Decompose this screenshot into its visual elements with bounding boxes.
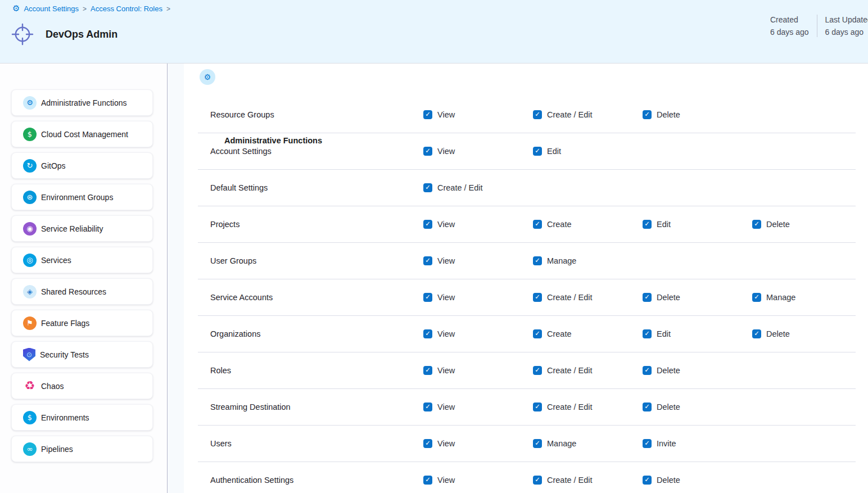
- checkbox-checked-icon: [533, 439, 542, 448]
- resource-name: Resource Groups: [198, 110, 423, 119]
- permission-checkbox[interactable]: Create / Edit: [533, 366, 643, 375]
- category-label: Chaos: [41, 382, 64, 391]
- meta-divider: [817, 15, 817, 37]
- section-header: ⚙ Administrative Functions: [198, 64, 856, 97]
- permission-checkbox[interactable]: View: [423, 220, 533, 229]
- gear-icon: ⚙: [200, 69, 215, 85]
- permission-checkbox[interactable]: Create / Edit: [533, 402, 643, 411]
- checkbox-checked-icon: [423, 183, 432, 192]
- last-updated-label: Last Updated: [825, 13, 868, 26]
- category-label: Administrative Functions: [41, 98, 127, 107]
- sidebar: ⚙ Administrative Functions $ Cloud Cost …: [0, 64, 167, 493]
- category-card[interactable]: ⚑ Feature Flags: [11, 310, 153, 336]
- checkbox-checked-icon: [533, 329, 542, 338]
- permission-checkbox[interactable]: View: [423, 293, 533, 302]
- permission-checkbox[interactable]: Create / Edit: [533, 293, 643, 302]
- permission-cells: View Create Edit: [423, 220, 862, 229]
- category-card[interactable]: $ Environments: [11, 404, 153, 431]
- permission-cells: View Create / Edit Delete: [423, 476, 856, 485]
- permission-checkbox[interactable]: Create: [533, 329, 643, 338]
- permission-checkbox[interactable]: Edit: [533, 147, 643, 156]
- breadcrumb-link[interactable]: Access Control: Roles: [91, 4, 162, 13]
- permission-checkbox[interactable]: View: [423, 329, 533, 338]
- permission-checkbox[interactable]: Invite: [643, 439, 752, 448]
- resource-name: Account Settings: [198, 147, 423, 156]
- permission-checkbox[interactable]: View: [423, 439, 533, 448]
- permission-checkbox[interactable]: Delete: [752, 329, 862, 338]
- category-label: Service Reliability: [41, 224, 103, 233]
- permission-label: Edit: [657, 220, 671, 229]
- permission-label: Delete: [657, 366, 680, 375]
- permission-checkbox[interactable]: Delete: [643, 293, 752, 302]
- permission-checkbox[interactable]: View: [423, 366, 533, 375]
- feature-flags-icon: ⚑: [23, 316, 37, 330]
- checkbox-checked-icon: [423, 110, 432, 119]
- checkbox-checked-icon: [533, 402, 542, 411]
- created-label: Created: [770, 13, 809, 26]
- admin-functions-gear-icon: ⚙: [23, 96, 37, 110]
- category-card[interactable]: ◎ Services: [11, 247, 153, 273]
- permission-checkbox[interactable]: View: [423, 110, 533, 119]
- permission-checkbox[interactable]: Delete: [643, 110, 752, 119]
- resource-name: Default Settings: [198, 183, 423, 192]
- permission-row: Resource Groups View Create / Edit: [198, 97, 856, 133]
- breadcrumb-separator: >: [166, 5, 170, 13]
- permission-checkbox[interactable]: Create / Edit: [533, 110, 643, 119]
- permission-checkbox[interactable]: Delete: [643, 476, 752, 485]
- category-card[interactable]: ⊙ Security Tests: [11, 341, 153, 368]
- resource-name: User Groups: [198, 256, 423, 265]
- permission-label: View: [437, 147, 455, 156]
- permission-checkbox[interactable]: Create / Edit: [423, 183, 533, 192]
- permission-row: Projects View Create: [198, 206, 856, 243]
- checkbox-checked-icon: [752, 293, 761, 302]
- panel-resizer[interactable]: [167, 64, 184, 493]
- permission-label: Delete: [657, 476, 680, 485]
- checkbox-checked-icon: [533, 147, 542, 156]
- checkbox-checked-icon: [533, 256, 542, 265]
- category-card[interactable]: ⚙ Administrative Functions: [11, 89, 153, 116]
- category-card[interactable]: ∞ Pipelines: [11, 436, 153, 462]
- permission-checkbox[interactable]: Edit: [643, 329, 752, 338]
- permission-checkbox[interactable]: View: [423, 147, 533, 156]
- permission-label: View: [437, 293, 455, 302]
- category-label: Shared Resources: [41, 287, 106, 296]
- last-updated-value: 6 days ago: [825, 26, 868, 38]
- environments-icon: $: [23, 411, 37, 424]
- permission-label: View: [437, 476, 455, 485]
- permission-checkbox[interactable]: Manage: [533, 439, 643, 448]
- breadcrumb-link[interactable]: Account Settings: [24, 4, 79, 13]
- permission-label: Create / Edit: [547, 476, 593, 485]
- permission-checkbox[interactable]: View: [423, 256, 533, 265]
- category-card[interactable]: ◉ Service Reliability: [11, 215, 153, 242]
- permission-checkbox[interactable]: Edit: [643, 220, 752, 229]
- category-label: Environment Groups: [41, 193, 113, 202]
- permission-checkbox[interactable]: View: [423, 402, 533, 411]
- permission-row: Service Accounts View Create / Edit: [198, 279, 856, 316]
- category-card[interactable]: ◈ Shared Resources: [11, 278, 153, 305]
- permission-label: Create / Edit: [437, 183, 483, 192]
- category-card[interactable]: ↻ GitOps: [11, 152, 153, 179]
- permission-label: Create / Edit: [547, 402, 593, 411]
- category-card[interactable]: ⊛ Environment Groups: [11, 184, 153, 210]
- category-card[interactable]: $ Cloud Cost Management: [11, 121, 153, 147]
- permission-checkbox[interactable]: Delete: [752, 220, 862, 229]
- checkbox-checked-icon: [643, 366, 652, 375]
- permission-checkbox[interactable]: Delete: [643, 402, 752, 411]
- permission-checkbox[interactable]: Manage: [533, 256, 643, 265]
- page-title: DevOps Admin: [46, 29, 117, 40]
- category-card[interactable]: ♻ Chaos: [11, 373, 153, 399]
- checkbox-checked-icon: [752, 220, 761, 229]
- permission-checkbox[interactable]: Manage: [752, 293, 862, 302]
- gitops-icon: ↻: [23, 159, 37, 173]
- permission-label: Manage: [547, 256, 576, 265]
- shared-resources-icon: ◈: [23, 285, 37, 298]
- permission-checkbox[interactable]: Delete: [643, 366, 752, 375]
- permission-row: User Groups View Manage: [198, 243, 856, 279]
- permission-label: View: [437, 256, 455, 265]
- resource-name: Streaming Destination: [198, 402, 423, 411]
- permission-checkbox[interactable]: View: [423, 476, 533, 485]
- category-label: Feature Flags: [41, 319, 89, 328]
- permission-checkbox[interactable]: Create / Edit: [533, 476, 643, 485]
- permission-label: View: [437, 220, 455, 229]
- permission-checkbox[interactable]: Create: [533, 220, 643, 229]
